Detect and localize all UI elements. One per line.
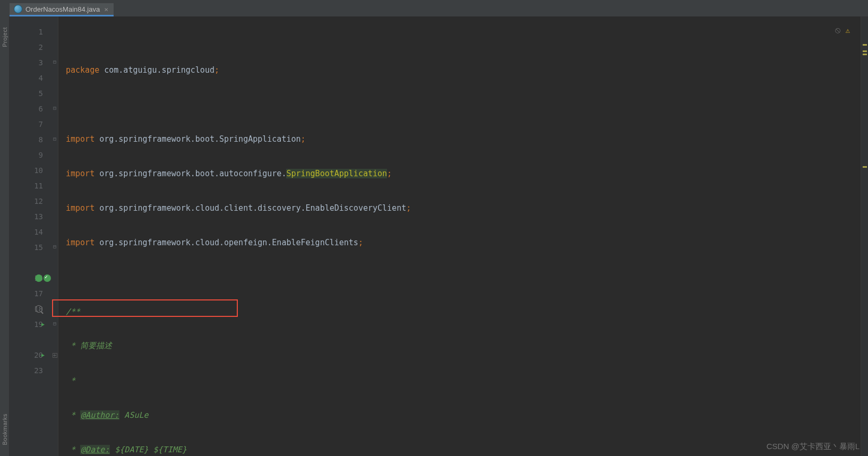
editor[interactable]: 1 2 3⊟ 4 5 6⊟ 7 8⊟ 9 10 11 12 13 14 15⊟ …: [10, 16, 868, 456]
fold-icon[interactable]: ⊟: [51, 106, 58, 112]
gutter-icons[interactable]: [35, 305, 42, 313]
fold-icon[interactable]: ⊟: [51, 244, 58, 251]
line-number: 6: [39, 105, 43, 113]
line-number: 2: [39, 43, 43, 51]
line-number: 5: [39, 89, 43, 98]
fold-icon[interactable]: ⊟: [51, 321, 58, 328]
run-icon: ▶: [41, 352, 45, 358]
code-line[interactable]: *: [58, 373, 861, 388]
error-stripe[interactable]: [861, 16, 868, 456]
line-number: 11: [34, 182, 43, 190]
navigate-icon: [35, 305, 42, 313]
tab-label: OrderNacosMain84.java: [25, 5, 100, 13]
bean-check-icon: [44, 274, 51, 282]
code-line[interactable]: [58, 269, 861, 285]
reader-mode-icon[interactable]: ⦸: [835, 25, 840, 35]
code-line[interactable]: import org.springframework.cloud.openfei…: [58, 235, 861, 250]
code-line[interactable]: import org.springframework.cloud.client.…: [58, 200, 861, 216]
line-number: 23: [34, 366, 43, 375]
code-line[interactable]: /**: [58, 304, 861, 319]
file-tab[interactable]: OrderNacosMain84.java ×: [10, 3, 114, 16]
code-line[interactable]: package com.atguigu.springcloud;: [58, 62, 861, 78]
warning-icon[interactable]: ⚠: [846, 26, 850, 35]
line-number: 9: [39, 151, 43, 159]
code-area[interactable]: ⦸ ⚠ package com.atguigu.springcloud; imp…: [58, 16, 861, 456]
run-icon: ▶: [41, 321, 45, 327]
watermark: CSDN @艾卡西亚丶暴雨L: [767, 442, 860, 452]
close-icon[interactable]: ×: [103, 5, 109, 13]
line-number: 12: [34, 197, 43, 205]
line-number: 3: [39, 58, 43, 67]
fold-icon[interactable]: +: [51, 352, 58, 358]
line-number: 7: [39, 120, 43, 128]
gutter: 1 2 3⊟ 4 5 6⊟ 7 8⊟ 9 10 11 12 13 14 15⊟ …: [10, 16, 58, 456]
code-line[interactable]: * @Author: ASuLe: [58, 407, 861, 423]
line-number: 14: [34, 228, 43, 236]
fold-icon[interactable]: ⊟: [51, 136, 58, 143]
line-number: 13: [34, 212, 43, 221]
inspection-icons[interactable]: ⦸ ⚠: [835, 25, 850, 35]
gutter-run-icon[interactable]: ▶: [41, 352, 45, 358]
editor-tab-bar: OrderNacosMain84.java ×: [0, 3, 868, 16]
code-line[interactable]: import org.springframework.boot.autoconf…: [58, 166, 861, 181]
line-number: 4: [39, 74, 43, 82]
code-line[interactable]: [58, 97, 861, 112]
project-tool-button[interactable]: Project: [2, 27, 8, 47]
code-line[interactable]: * 简要描述: [58, 338, 861, 354]
bean-icon: [35, 274, 42, 282]
line-number: 8: [39, 135, 43, 144]
java-class-icon: [14, 5, 22, 13]
gutter-icons[interactable]: [35, 274, 51, 282]
line-number: 17: [34, 289, 43, 298]
bookmarks-tool-button[interactable]: Bookmarks: [2, 414, 8, 445]
line-number: 15: [34, 243, 43, 252]
line-number: 1: [39, 28, 43, 36]
code-line[interactable]: * @Date: ${DATE} ${TIME}: [58, 442, 861, 456]
left-tool-strip: Project Bookmarks: [0, 16, 10, 456]
line-number: 10: [34, 166, 43, 175]
gutter-run-icon[interactable]: ▶: [41, 321, 45, 327]
fold-icon[interactable]: ⊟: [51, 59, 58, 66]
code-line[interactable]: import org.springframework.boot.SpringAp…: [58, 131, 861, 147]
